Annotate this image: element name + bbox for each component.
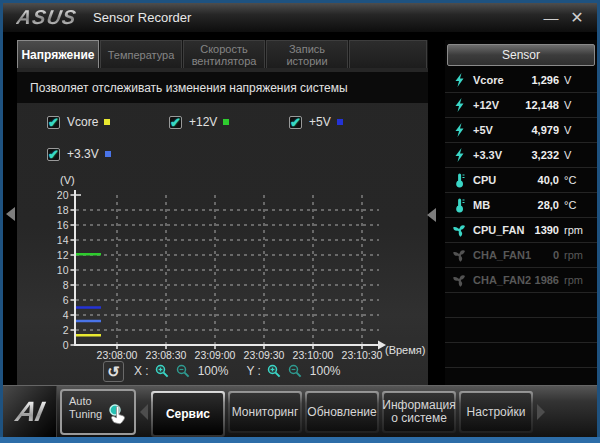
sensor-row-vcore: Vcore 1,296 V: [445, 68, 597, 93]
sensor-row-cpu-fan: CPU_FAN 1390 rpm: [445, 218, 597, 243]
legend-label: +12V: [189, 115, 217, 129]
x-zoom-out-icon[interactable]: [176, 364, 191, 379]
y-zoom-in-icon[interactable]: [267, 364, 282, 379]
voltage-line-chart: 0246810121416182023:08:0023:08:3023:09:0…: [57, 168, 432, 363]
plus5v-checkbox[interactable]: ✔: [289, 116, 302, 129]
tab-strip: Напряжение Температура Скорость вентилят…: [17, 40, 428, 68]
window-title: Sensor Recorder: [93, 10, 191, 25]
sensor-sidebar: Sensor Vcore 1,296 V +12V 12,148 V +5V 4…: [445, 40, 597, 385]
fan-icon: [451, 272, 468, 288]
ai-suite-logo-box: AI: [3, 386, 57, 437]
svg-text:23:10:30: 23:10:30: [342, 349, 383, 361]
close-button[interactable]: ✕: [567, 8, 587, 28]
bottom-nav-bar: AI Auto Tuning Сервис Мониторинг Обновле…: [3, 385, 597, 437]
window-border-left: [0, 0, 3, 443]
sensor-row-mb-temp: MB 28,0 °C: [445, 193, 597, 218]
nav-scroll-right-icon[interactable]: [537, 404, 545, 420]
plus3v3-color-chip: [105, 151, 111, 157]
y-axis-zoom-label: Y :: [246, 364, 260, 378]
tab-voltage[interactable]: Напряжение: [17, 40, 99, 68]
sensor-panel-collapse-arrow-icon[interactable]: [427, 208, 436, 222]
vcore-checkbox[interactable]: ✔: [47, 116, 60, 129]
fan-icon: [451, 222, 468, 238]
sensor-row-empty: [445, 293, 597, 318]
sensor-row-cpu-temp: CPU 40,0 °C: [445, 168, 597, 193]
hand-click-icon: [102, 398, 132, 432]
voltage-tab-panel: Позволяет отслеживать изменения напряжен…: [17, 68, 428, 385]
temperature-icon: [451, 197, 468, 213]
x-axis-zoom-label: X :: [134, 364, 149, 378]
svg-text:(V): (V): [60, 174, 75, 186]
temperature-icon: [451, 172, 468, 188]
voltage-icon: [451, 147, 468, 163]
legend-item-vcore: ✔ Vcore: [47, 114, 110, 130]
vcore-color-chip: [104, 119, 110, 125]
tab-fan-speed[interactable]: Скорость вентилятора: [183, 40, 265, 68]
sensor-row-empty: [445, 318, 597, 343]
svg-text:14: 14: [57, 234, 69, 246]
ai-suite-logo: AI: [10, 396, 49, 428]
nav-system-info-button[interactable]: Информация о системе: [382, 391, 456, 433]
chart-reset-button[interactable]: ↺: [103, 361, 124, 382]
plus3v3-checkbox[interactable]: ✔: [47, 148, 60, 161]
svg-text:2: 2: [63, 324, 69, 336]
svg-text:12: 12: [57, 249, 69, 261]
legend-label: +5V: [309, 115, 331, 129]
sensor-row-12v: +12V 12,148 V: [445, 93, 597, 118]
fan-icon: [451, 247, 468, 263]
tab-temperature[interactable]: Температура: [100, 40, 182, 68]
svg-text:10: 10: [57, 264, 69, 276]
sensor-row-cha-fan1: CHA_FAN1 0 rpm: [445, 243, 597, 268]
plus5v-color-chip: [337, 119, 343, 125]
nav-settings-button[interactable]: Настройки: [459, 391, 533, 433]
legend-item-5v: ✔ +5V: [289, 114, 343, 130]
tab-history-record[interactable]: Запись истории: [266, 40, 348, 68]
sensor-recorder-window: ASUS Sensor Recorder — ✕ Напряжение Темп…: [0, 0, 600, 443]
svg-text:20: 20: [57, 189, 69, 201]
minimize-button[interactable]: —: [541, 8, 561, 28]
legend-label: Vcore: [67, 115, 98, 129]
sensor-row-empty: [445, 343, 597, 368]
sensor-header-button[interactable]: Sensor: [447, 44, 595, 66]
nav-scroll-left-icon[interactable]: [140, 404, 148, 420]
tab-blank: [349, 40, 427, 68]
legend-item-3v3: ✔ +3.3V: [47, 146, 111, 162]
voltage-icon: [451, 122, 468, 138]
svg-text:4: 4: [63, 309, 69, 321]
svg-text:6: 6: [63, 294, 69, 306]
y-zoom-out-icon[interactable]: [288, 364, 303, 379]
nav-service-button[interactable]: Сервис: [151, 391, 225, 437]
voltage-icon: [451, 72, 468, 88]
x-zoom-percent: 100%: [198, 364, 229, 378]
svg-text:0: 0: [63, 339, 69, 351]
sensor-row-cha-fan2: CHA_FAN2 1986 rpm: [445, 268, 597, 293]
y-zoom-percent: 100%: [310, 364, 341, 378]
left-edge-collapse-arrow-icon[interactable]: [6, 207, 15, 221]
sensor-row-3v3: +3.3V 3,232 V: [445, 143, 597, 168]
sensor-row-5v: +5V 4,979 V: [445, 118, 597, 143]
plus12v-checkbox[interactable]: ✔: [169, 116, 182, 129]
svg-text:18: 18: [57, 204, 69, 216]
plus12v-color-chip: [223, 119, 229, 125]
auto-tuning-button[interactable]: Auto Tuning: [60, 389, 136, 435]
voltage-icon: [451, 97, 468, 113]
nav-update-button[interactable]: Обновление: [305, 391, 379, 433]
chart-zoom-controls: ↺ X : 100% Y : 100%: [103, 360, 341, 382]
window-border-bottom: [0, 437, 600, 443]
svg-text:(Время): (Время): [385, 344, 425, 356]
nav-buttons: Сервис Мониторинг Обновление Информация …: [151, 391, 533, 437]
asus-logo: ASUS: [15, 6, 79, 29]
svg-text:16: 16: [57, 219, 69, 231]
tab-description: Позволяет отслеживать изменения напряжен…: [17, 72, 428, 103]
title-bar: ASUS Sensor Recorder — ✕: [3, 3, 597, 32]
legend-item-12v: ✔ +12V: [169, 114, 229, 130]
svg-text:8: 8: [63, 279, 69, 291]
legend-label: +3.3V: [67, 147, 99, 161]
nav-monitoring-button[interactable]: Мониторинг: [228, 391, 302, 433]
x-zoom-in-icon[interactable]: [155, 364, 170, 379]
